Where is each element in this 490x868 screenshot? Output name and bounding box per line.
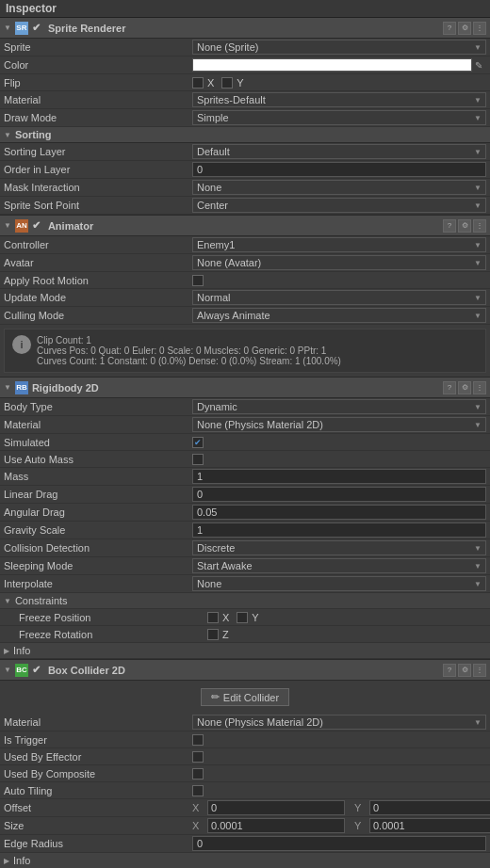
linear-drag-value[interactable] (192, 487, 486, 502)
sorting-section-header[interactable]: ▼ Sorting (0, 127, 490, 143)
use-auto-mass-label: Use Auto Mass (4, 454, 192, 465)
sprite-renderer-header[interactable]: ▼ SR ✔ Sprite Renderer ? ⚙ ⋮ (0, 18, 490, 39)
sorting-layer-dropdown[interactable]: Default ▼ (192, 144, 486, 159)
freeze-pos-x-checkbox[interactable] (207, 612, 219, 623)
culling-mode-value[interactable]: Always Animate ▼ (192, 308, 486, 323)
controller-row: Controller Enemy1 ▼ (0, 236, 490, 254)
sprite-sort-point-dropdown[interactable]: Center ▼ (192, 198, 486, 213)
controller-value[interactable]: Enemy1 ▼ (192, 237, 486, 252)
interpolate-dropdown[interactable]: None ▼ (192, 576, 486, 591)
bc-overflow-icon[interactable]: ⋮ (473, 664, 486, 677)
bc-settings-icon[interactable]: ⚙ (458, 664, 471, 677)
rb-panel-icons: ? ⚙ ⋮ (443, 381, 486, 394)
freeze-pos-y-checkbox[interactable] (237, 612, 248, 623)
culling-mode-dropdown[interactable]: Always Animate ▼ (192, 308, 486, 323)
rb-info-foldout[interactable]: ▶ Info (0, 643, 490, 659)
auto-tiling-value[interactable] (192, 785, 486, 796)
anim-settings-icon[interactable]: ⚙ (458, 219, 471, 233)
order-in-layer-input[interactable] (192, 162, 486, 177)
size-y-input[interactable] (369, 818, 490, 833)
constraints-foldout[interactable]: ▼ Constraints (0, 593, 490, 609)
sprite-value[interactable]: None (Sprite) ▼ (192, 40, 486, 55)
used-by-effector-value[interactable] (192, 751, 486, 763)
simulated-checkbox[interactable]: ✔ (192, 437, 204, 448)
use-auto-mass-checkbox[interactable] (192, 454, 204, 465)
animator-header[interactable]: ▼ AN ✔ Animator ? ⚙ ⋮ (0, 216, 490, 236)
used-by-effector-checkbox[interactable] (192, 751, 204, 763)
body-type-dropdown[interactable]: Dynamic ▼ (192, 399, 486, 414)
avatar-dropdown[interactable]: None (Avatar) ▼ (192, 255, 486, 270)
gravity-scale-value[interactable] (192, 522, 486, 538)
apply-root-motion-value[interactable] (192, 275, 486, 286)
interpolate-value[interactable]: None ▼ (192, 576, 486, 591)
material-dropdown[interactable]: Sprites-Default ▼ (192, 92, 486, 107)
flip-x-checkbox[interactable] (192, 77, 204, 88)
use-auto-mass-value[interactable] (192, 454, 486, 465)
bc-material-value[interactable]: None (Physics Material 2D) ▼ (192, 715, 486, 730)
settings-icon[interactable]: ⚙ (458, 22, 471, 35)
angular-drag-value[interactable] (192, 505, 486, 520)
draw-mode-dropdown[interactable]: Simple ▼ (192, 110, 486, 125)
mask-interaction-dropdown[interactable]: None ▼ (192, 180, 486, 195)
color-value[interactable]: ✎ (192, 57, 486, 72)
size-x-input[interactable] (207, 818, 345, 833)
sprite-dropdown[interactable]: None (Sprite) ▼ (192, 40, 486, 55)
mass-value[interactable] (192, 469, 486, 484)
update-mode-dropdown[interactable]: Normal ▼ (192, 290, 486, 305)
avatar-value[interactable]: None (Avatar) ▼ (192, 255, 486, 270)
sleeping-mode-value[interactable]: Start Awake ▼ (192, 558, 486, 573)
bc-material-arrow: ▼ (474, 718, 482, 727)
linear-drag-row: Linear Drag (0, 486, 490, 504)
mass-input[interactable] (192, 469, 486, 484)
rb-material-value[interactable]: None (Physics Material 2D) ▼ (192, 417, 486, 432)
anim-help-icon[interactable]: ? (443, 219, 456, 233)
used-by-composite-checkbox[interactable] (192, 768, 204, 780)
color-swatch[interactable] (192, 58, 472, 72)
mask-interaction-value[interactable]: None ▼ (192, 180, 486, 195)
sleeping-mode-dropdown[interactable]: Start Awake ▼ (192, 558, 486, 573)
freeze-rot-z-checkbox[interactable] (207, 629, 219, 640)
rb-overflow-icon[interactable]: ⋮ (473, 381, 486, 394)
size-value: X Y (192, 818, 490, 833)
body-type-row: Body Type Dynamic ▼ (0, 398, 490, 416)
linear-drag-input[interactable] (192, 487, 486, 502)
edge-radius-value[interactable] (192, 836, 486, 851)
rigidbody2d-header[interactable]: ▼ RB Rigidbody 2D ? ⚙ ⋮ (0, 378, 490, 398)
bc-help-icon[interactable]: ? (443, 664, 456, 677)
collision-detection-value[interactable]: Discrete ▼ (192, 540, 486, 555)
bc-material-dropdown[interactable]: None (Physics Material 2D) ▼ (192, 715, 486, 730)
gravity-scale-input[interactable] (192, 522, 486, 538)
used-by-composite-value[interactable] (192, 768, 486, 780)
controller-dropdown[interactable]: Enemy1 ▼ (192, 237, 486, 252)
sorting-layer-value[interactable]: Default ▼ (192, 144, 486, 159)
auto-tiling-checkbox[interactable] (192, 785, 204, 796)
edge-radius-input[interactable] (192, 836, 486, 851)
angular-drag-input[interactable] (192, 505, 486, 520)
rb-help-icon[interactable]: ? (443, 381, 456, 394)
overflow-icon[interactable]: ⋮ (473, 22, 486, 35)
anim-overflow-icon[interactable]: ⋮ (473, 219, 486, 233)
sprite-sort-point-value[interactable]: Center ▼ (192, 198, 486, 213)
collision-detection-dropdown[interactable]: Discrete ▼ (192, 540, 486, 555)
is-trigger-value[interactable] (192, 734, 486, 746)
box-collider-header[interactable]: ▼ BC ✔ Box Collider 2D ? ⚙ ⋮ (0, 660, 490, 681)
draw-mode-value[interactable]: Simple ▼ (192, 110, 486, 125)
edit-collider-button[interactable]: ✏ Edit Collider (201, 688, 289, 706)
order-in-layer-value[interactable] (192, 162, 486, 177)
simulated-value[interactable]: ✔ (192, 437, 486, 448)
material-value[interactable]: Sprites-Default ▼ (192, 92, 486, 107)
update-mode-value[interactable]: Normal ▼ (192, 290, 486, 305)
rb-settings-icon[interactable]: ⚙ (458, 381, 471, 394)
help-icon[interactable]: ? (443, 22, 456, 35)
is-trigger-checkbox[interactable] (192, 734, 204, 746)
offset-y-input[interactable] (369, 800, 490, 815)
bc-info-foldout[interactable]: ▶ Info (0, 853, 490, 868)
rb-material-dropdown[interactable]: None (Physics Material 2D) ▼ (192, 417, 486, 432)
apply-root-motion-checkbox[interactable] (192, 275, 204, 286)
offset-x-input[interactable] (207, 800, 345, 815)
body-type-value[interactable]: Dynamic ▼ (192, 399, 486, 414)
avatar-arrow: ▼ (474, 259, 482, 267)
flip-y-checkbox[interactable] (221, 77, 233, 88)
freeze-rot-z-area: Z (207, 629, 229, 640)
eyedropper-icon[interactable]: ✎ (472, 57, 486, 72)
